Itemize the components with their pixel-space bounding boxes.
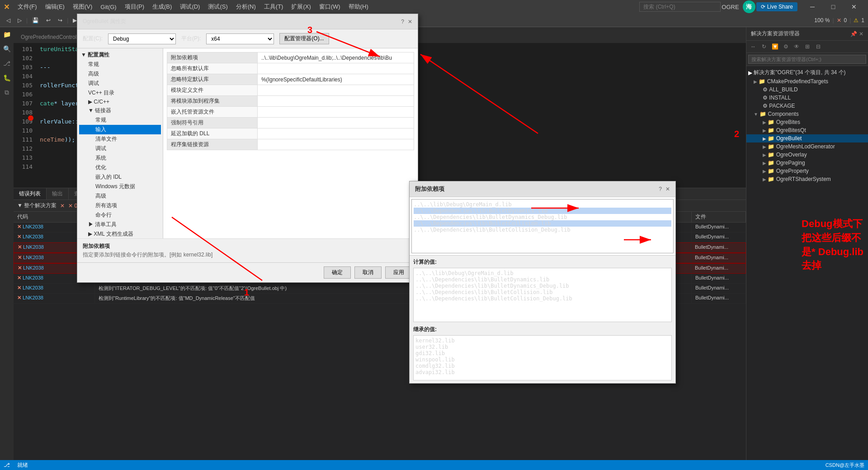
minimize-button[interactable]: ─	[802, 0, 823, 14]
menu-tools[interactable]: 工具(T)	[260, 1, 287, 13]
tree-ogrepaging[interactable]: ▶ 📁 OgrePaging	[746, 159, 868, 167]
panel-close-icon[interactable]: ✕	[859, 31, 863, 37]
prop-row-add-module[interactable]: 将模块添加到程序集	[167, 96, 414, 107]
prop-row-delay-dll[interactable]: 延迟加载的 DLL	[167, 128, 414, 139]
collapse-all-button[interactable]: ⊟	[813, 42, 823, 52]
error-filter-label[interactable]: ▼ 整个解决方案	[17, 202, 57, 209]
tree-win-metadata[interactable]: Windows 元数据	[79, 182, 161, 191]
addl-help-icon[interactable]: ?	[659, 186, 662, 192]
install-icon: ⚙	[763, 95, 768, 101]
maximize-button[interactable]: □	[823, 0, 844, 14]
sidebar-search-icon[interactable]: 🔍	[1, 43, 12, 54]
tree-ogrertshader[interactable]: ▶ 📁 OgreRTShaderSystem	[746, 175, 868, 183]
tree-ogrebites-qt[interactable]: ▶ 📁 OgreBitesQt	[746, 126, 868, 134]
prop-row-ignore-all[interactable]: 忽略所有默认库	[167, 63, 414, 74]
menu-analyze[interactable]: 分析(N)	[232, 1, 259, 13]
footer-desc: 指定要添加到链接命令行的附加项。[例如 kernel32.lib]	[83, 251, 412, 259]
tree-advanced[interactable]: 高级	[79, 69, 161, 79]
addl-deps-textarea[interactable]: ..\..\lib\Debug\OgreMain_d.lib ..\..\Dep…	[411, 199, 674, 253]
sidebar-git-icon[interactable]: ⎇	[1, 58, 12, 69]
error-icon-filter[interactable]: ✕	[60, 203, 65, 209]
tree-optimize[interactable]: 优化	[79, 163, 161, 172]
tree-ogreoverlay[interactable]: ▶ 📁 OgreOverlay	[746, 151, 868, 159]
prop-row-addl-deps[interactable]: 附加依赖项 ..\..\lib\Debug\OgreMain_d.lib;..\…	[167, 52, 414, 63]
sync-button[interactable]: ↔	[748, 42, 758, 52]
toolbar-forward[interactable]: ▷	[15, 16, 24, 24]
menu-extend[interactable]: 扩展(X)	[288, 1, 314, 13]
tree-ogrebullet[interactable]: ▶ 📁 OgreBullet	[746, 134, 868, 142]
tree-linker-debug[interactable]: 调试	[79, 144, 161, 153]
tree-package[interactable]: ⚙ PACKAGE	[746, 102, 868, 110]
live-share-button[interactable]: ⟳ Live Share	[756, 2, 797, 11]
menu-file[interactable]: 文件(F)	[14, 1, 41, 13]
toolbar-undo[interactable]: ↩	[43, 16, 53, 24]
search-input[interactable]	[639, 2, 721, 12]
tree-install[interactable]: ⚙ INSTALL	[746, 94, 868, 102]
menu-git[interactable]: Git(G)	[97, 2, 120, 12]
tree-ogremesh-lod[interactable]: ▶ 📁 OgreMeshLodGenerator	[746, 142, 868, 151]
config-manager-button[interactable]: 配置管理器(O)...	[279, 33, 329, 44]
dialog-cancel-button[interactable]: 取消	[354, 266, 382, 279]
tree-all-build[interactable]: ⚙ ALL_BUILD	[746, 85, 868, 94]
tree-components[interactable]: ▼ 📁 Components	[746, 110, 868, 118]
tree-debug[interactable]: 调试	[79, 79, 161, 88]
tree-cpp[interactable]: ▶ C/C++	[79, 98, 161, 106]
tree-embedded-idl[interactable]: 嵌入的 IDL	[79, 172, 161, 182]
tree-xml-doc[interactable]: ▶ XML 文档生成器	[79, 229, 161, 238]
addl-close-icon[interactable]: ✕	[665, 186, 670, 192]
dialog-close-icon[interactable]: ✕	[408, 19, 412, 25]
properties-button[interactable]: ⚙	[781, 42, 791, 52]
sidebar-explorer-icon[interactable]: 📁	[1, 29, 12, 40]
sidebar-extensions-icon[interactable]: ⧉	[1, 87, 12, 98]
expand-all-button[interactable]: ⊞	[802, 42, 812, 52]
tree-general[interactable]: 常规	[79, 60, 161, 69]
tree-config-props[interactable]: ▼ 配置属性	[79, 50, 161, 60]
tree-ogrebites[interactable]: ▶ 📁 OgreBites	[746, 118, 868, 126]
pin-icon[interactable]: 📌	[850, 31, 857, 37]
dialog-apply-button[interactable]: 应用	[385, 266, 412, 279]
dialog-help-char[interactable]: ?	[401, 19, 404, 25]
computed-val-5: ..\..\Dependencies\lib\BulletCollision_D…	[415, 295, 670, 302]
error-tab-output[interactable]: 输出	[47, 188, 69, 199]
menu-test[interactable]: 测试(S)	[204, 1, 231, 13]
prop-row-assembly-link[interactable]: 程序集链接资源	[167, 139, 414, 150]
tree-system[interactable]: 系统	[79, 153, 161, 163]
tree-linker[interactable]: ▼ 链接器	[79, 106, 161, 115]
tree-linker-general[interactable]: 常规	[79, 115, 161, 125]
prop-row-module-def[interactable]: 模块定义文件	[167, 85, 414, 96]
config-select[interactable]: Debug	[108, 33, 176, 44]
platform-select[interactable]: x64	[206, 33, 274, 44]
menu-view[interactable]: 视图(V)	[69, 1, 96, 13]
tree-ogreproperty[interactable]: ▶ 📁 OgreProperty	[746, 167, 868, 175]
solution-search-input[interactable]	[748, 55, 866, 64]
dialog-ok-button[interactable]: 确定	[324, 266, 351, 279]
tree-linker-input[interactable]: 输入	[79, 125, 161, 134]
tree-all-options[interactable]: 所有选项	[79, 201, 161, 210]
toolbar-redo[interactable]: ↪	[55, 16, 65, 24]
tree-manifest[interactable]: 清单文件	[79, 134, 161, 144]
menu-window[interactable]: 窗口(W)	[316, 1, 344, 13]
filter-button[interactable]: 🔽	[770, 42, 780, 52]
toolbar-save-all[interactable]: 💾	[29, 16, 42, 24]
error-tab-errors[interactable]: 错误列表	[14, 188, 47, 199]
preview-button[interactable]: 👁	[792, 42, 802, 52]
close-button[interactable]: ✕	[844, 0, 864, 14]
menu-help[interactable]: 帮助(H)	[345, 1, 372, 13]
tree-cmake-targets[interactable]: ▶ 📁 CMakePredefinedTargets	[746, 77, 868, 85]
toolbar-back[interactable]: ◁	[4, 16, 13, 24]
menu-project[interactable]: 项目(P)	[121, 1, 148, 13]
tree-vc-dirs[interactable]: VC++ 目录	[79, 88, 161, 98]
menu-debug[interactable]: 调试(D)	[176, 1, 203, 13]
computed-title: 计算的值:	[413, 258, 672, 266]
menu-edit[interactable]: 编辑(E)	[42, 1, 68, 13]
refresh-button[interactable]: ↻	[759, 42, 769, 52]
sidebar-debug-icon[interactable]: 🐛	[1, 72, 12, 83]
tree-solution[interactable]: ▶ 解决方案"OGRE"(34 个项目, 共 34 个)	[746, 68, 868, 77]
prop-row-force-symbol[interactable]: 强制符号引用	[167, 118, 414, 128]
tree-linker-advanced[interactable]: 高级	[79, 191, 161, 201]
prop-row-embed-resource[interactable]: 嵌入托管资源文件	[167, 107, 414, 118]
menu-build[interactable]: 生成(B)	[149, 1, 175, 13]
tree-manifest-tool[interactable]: ▶ 清单工具	[79, 220, 161, 229]
tree-cmdline[interactable]: 命令行	[79, 210, 161, 220]
prop-row-ignore-specific[interactable]: 忽略特定默认库 %(IgnoreSpecificDefaultLibraries…	[167, 74, 414, 85]
